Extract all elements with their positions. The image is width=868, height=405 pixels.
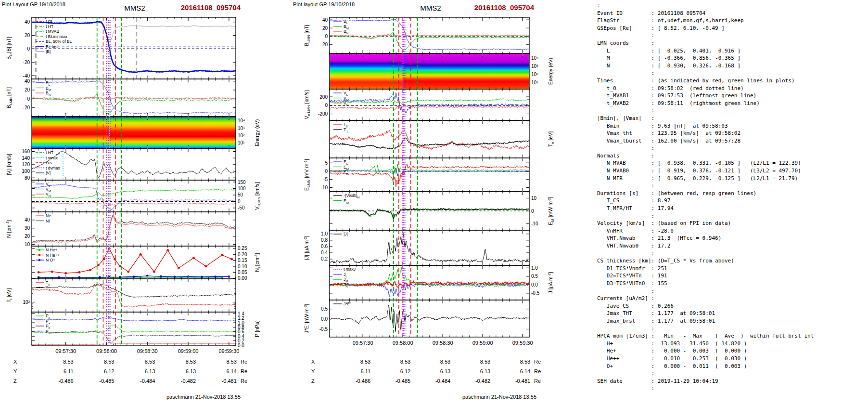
fig2-panel-2: 2000-200Ve LMN [km/s]VLVMVN [304,89,529,120]
svg-text:Y: Y [311,368,315,374]
svg-text:Ni: Ni [46,219,50,223]
svg-text:t BLminmax: t BLminmax [46,34,68,39]
fig1-panel-0: 40200-20-40BL,|B| [nT]t cst HTt MVABt BL… [6,17,236,79]
svg-text:N He+: N He+ [46,248,57,252]
svg-text:20: 20 [25,87,30,92]
svg-text:0: 0 [531,209,534,214]
svg-text:BLMN [nT]: BLMN [nT] [6,87,13,108]
svg-text:10²: 10² [531,72,538,77]
svg-text:-20: -20 [321,42,328,47]
svg-text:-20: -20 [23,60,30,65]
fig1-svg: 40200-20-40BL,|B| [nT]t cst HTt MVABt BL… [0,13,289,394]
svg-text:0.5: 0.5 [321,306,328,312]
svg-text:0.6: 0.6 [321,244,328,249]
plot-layout-label-left: Plot Layout GP 19/10/2018 [2,1,65,7]
svg-text:6.12: 6.12 [104,368,114,374]
svg-text:0.2: 0.2 [321,256,328,261]
svg-text:BL,|B| [nT]: BL,|B| [nT] [6,37,13,60]
svg-text:-0.481: -0.481 [222,378,237,384]
svg-text:0.05: 0.05 [238,270,247,275]
svg-text:40: 40 [25,78,30,84]
fig1-panel-5: 40302010N [cm-3]NeNi [5,212,236,247]
svg-text:8.53: 8.53 [63,359,73,365]
svg-text:8.53: 8.53 [480,359,490,365]
svg-text:0.25: 0.25 [238,246,247,251]
svg-text:N O+: N O+ [46,258,55,262]
svg-text:BL, 50% of BL: BL, 50% of BL [46,39,72,44]
svg-text:P [nPa]: P [nPa] [254,320,260,337]
svg-text:8.53: 8.53 [400,359,410,365]
svg-text:t HT: t HT [46,24,53,29]
svg-text:|J|: |J| [344,232,348,236]
svg-text:ELMN [mV m-1]: ELMN [mV m-1] [303,159,311,191]
svg-text:6.13: 6.13 [440,368,450,374]
svg-text:Ti [eV]: Ti [eV] [6,288,13,303]
svg-text:10³: 10³ [531,64,538,69]
svg-text:-0.486: -0.486 [356,378,370,384]
credit-left: paschmann 21-Nov-2018 13:55 [72,394,241,400]
svg-text:09:59:00: 09:59:00 [472,340,493,346]
svg-text:6.13: 6.13 [480,368,490,374]
svg-text:30: 30 [25,225,30,231]
svg-text:Te [eV]: Te [eV] [548,131,555,147]
plot-layout-label-middle: Plot layout GP 19/10/2018 [293,1,355,7]
svg-text:-0.484: -0.484 [435,378,450,384]
svg-text:6.11: 6.11 [361,368,371,374]
svg-text:8.53: 8.53 [360,359,370,365]
svg-text:0.20: 0.20 [238,252,247,257]
svg-text:-10: -10 [531,221,538,226]
svg-text:100: 100 [238,186,246,191]
svg-text:160: 160 [22,149,30,154]
svg-text:Energy (eV): Energy (eV) [548,58,553,85]
event-id-middle: 20161108_095704 [474,3,534,12]
svg-text:-20: -20 [23,105,30,110]
credit-middle: paschmann 21-Nov-2018 13:55 [368,394,536,400]
fig2-panel-5: 100-10EM [mW m-2]-(VexB)MEM [330,192,555,230]
svg-text:t cs: t cs [46,160,52,165]
svg-text:|B|: |B| [46,49,51,54]
event-id-left: 20161108_095704 [181,3,241,12]
fig2-panel-3: Te [eV]T||T⊥ [330,120,555,158]
svg-text:Re: Re [241,368,247,374]
svg-text:Re: Re [534,368,541,374]
svg-text:J*E' [nW m-3]: J*E' [nW m-3] [303,304,309,333]
svg-text:-10: -10 [321,185,328,190]
event-info-text: : Event ID : 20161108_095704 FlagStr : o… [590,0,868,405]
svg-text:BL brst: BL brst [46,44,59,49]
svg-text:Re: Re [241,378,247,384]
svg-text:0: 0 [27,96,30,102]
svg-text:0.8: 0.8 [321,237,328,243]
svg-text:10³: 10³ [238,126,245,131]
svg-text:20: 20 [25,234,30,239]
fig1-panel-7: 10²Ti [eV]T||T⊥ [6,279,236,312]
svg-text:|V|: |V| [46,170,51,175]
fig2-panel-0: 40200-20BLMN [nT]BLBMBN [304,17,529,53]
svg-text:6.14: 6.14 [520,368,530,374]
svg-text:T⊥: T⊥ [46,286,51,291]
fig2-svg: 40200-20BLMN [nT]BLBMBN10⁴10³10²10¹Energ… [291,13,588,394]
svg-text:0: 0 [27,46,30,52]
fig2-panel-4: 50-5-10ELMN [mV m-1]ELEMEN [303,158,529,192]
svg-text:-0.481: -0.481 [515,378,530,384]
svg-text:6.13: 6.13 [186,368,196,374]
svg-text:VN: VN [46,192,51,197]
svg-text:t dvmax: t dvmax [46,166,61,170]
svg-text:Z: Z [13,378,17,384]
svg-text:EM: EM [344,198,349,204]
svg-text:20: 20 [25,33,30,38]
svg-text:6.11: 6.11 [64,368,74,374]
svg-text:BN: BN [344,29,348,35]
svg-text:100: 100 [22,169,30,174]
svg-text:10: 10 [25,242,30,247]
figure-title-middle: MMS2 [420,4,441,12]
svg-text:-0.5: -0.5 [319,327,328,332]
svg-text:5: 5 [325,160,328,166]
svg-text:Ptot: Ptot [46,329,52,335]
svg-text:140: 140 [22,156,30,161]
svg-text:BN: BN [46,91,51,96]
svg-text:09:59:00: 09:59:00 [178,348,199,354]
svg-text:09:57:30: 09:57:30 [55,348,76,354]
fig2-panel-7: 1.00.50.0-0.5J [μA m-2]t maxJJLJMJN [330,265,553,300]
svg-text:8.53: 8.53 [186,359,196,365]
svg-text:80: 80 [25,175,30,181]
